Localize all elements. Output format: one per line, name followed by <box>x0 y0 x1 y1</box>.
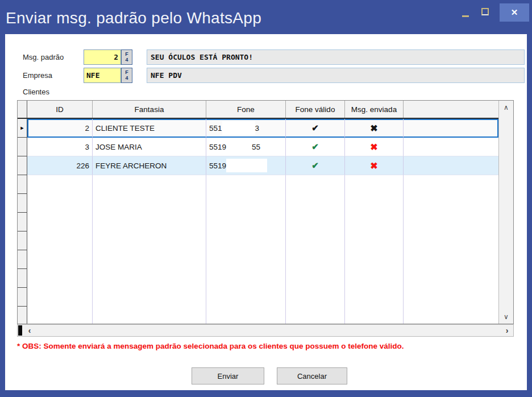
table-row[interactable]: 226 FEYRE ARCHERON 5519 ✔ ✖ <box>18 156 498 175</box>
fone-visible-end: 55 <box>252 143 260 151</box>
x-icon: ✖ <box>370 142 377 152</box>
dialog-window: Enviar msg. padrão pelo WhatsApp ✕ Msg. … <box>0 0 532 397</box>
maximize-button[interactable] <box>477 7 492 18</box>
cell-id: 2 <box>27 119 93 138</box>
msg-padrao-description: SEU ÓCULOS ESTÁ PRONTO! <box>151 53 253 61</box>
fone-visible-start: 5519 <box>209 162 226 170</box>
titlebar: Enviar msg. padrão pelo WhatsApp ✕ <box>0 0 532 34</box>
clientes-section-label: Clientes <box>23 88 49 96</box>
column-header-fantasia[interactable]: Fantasia <box>93 101 206 118</box>
enviar-button-label: Enviar <box>218 372 239 381</box>
vertical-scrollbar[interactable]: ∧ ∨ <box>498 101 513 324</box>
cancelar-button-label: Cancelar <box>297 372 327 381</box>
cell-filler <box>404 156 498 175</box>
scroll-right-icon[interactable]: › <box>502 325 512 336</box>
close-button[interactable]: ✕ <box>500 3 529 22</box>
dialog-content: Msg. padrão 2 F4 SEU ÓCULOS ESTÁ PRONTO!… <box>5 34 527 390</box>
cancelar-button[interactable]: Cancelar <box>277 367 347 384</box>
cell-filler <box>404 119 498 138</box>
close-icon: ✕ <box>511 7 518 18</box>
cell-msg-enviada: ✖ <box>345 156 404 175</box>
cell-msg-enviada: ✖ <box>345 138 404 156</box>
horizontal-scrollbar[interactable]: ‹ › <box>17 324 514 337</box>
scroll-down-icon[interactable]: ∨ <box>499 311 513 322</box>
empty-column <box>93 175 206 324</box>
row-indicator-cell: ► <box>18 119 27 138</box>
column-header-filler <box>404 101 498 118</box>
row-body: 2 CLIENTE TESTE 551 3 ✔ ✖ <box>27 119 498 138</box>
empty-column <box>345 175 404 324</box>
row-body: 226 FEYRE ARCHERON 5519 ✔ ✖ <box>27 156 498 175</box>
empty-column <box>27 175 93 324</box>
table-row[interactable]: 3 JOSE MARIA 5519 55 ✔ ✖ <box>18 138 498 156</box>
cell-id: 226 <box>27 156 93 175</box>
msg-padrao-value: 2 <box>114 53 118 61</box>
table-row[interactable]: ► 2 CLIENTE TESTE 551 3 ✔ ✖ <box>18 119 498 138</box>
cell-fantasia: CLIENTE TESTE <box>93 119 206 138</box>
current-row-arrow-icon: ► <box>20 125 25 131</box>
minimize-icon <box>462 15 469 17</box>
scrollbar-thumb[interactable] <box>18 325 22 336</box>
check-icon: ✔ <box>311 142 319 152</box>
fone-visible-start: 551 <box>209 124 222 133</box>
x-icon: ✖ <box>370 123 377 134</box>
redaction-box <box>226 140 252 154</box>
cell-fone: 5519 55 <box>206 138 286 156</box>
column-header-fone[interactable]: Fone <box>206 101 286 118</box>
grid-empty-area <box>18 175 498 324</box>
check-icon: ✔ <box>311 160 319 171</box>
column-header-id[interactable]: ID <box>27 101 93 118</box>
grid-header-row: ID Fantasia Fone Fone válido Msg. enviad… <box>18 101 498 119</box>
cell-fantasia: JOSE MARIA <box>93 138 206 156</box>
column-header-msg-enviada[interactable]: Msg. enviada <box>345 101 404 118</box>
window-title: Enviar msg. padrão pelo WhatsApp <box>6 9 261 27</box>
cell-fantasia: FEYRE ARCHERON <box>93 156 206 175</box>
cell-fone: 5519 <box>206 156 286 175</box>
clientes-grid: ID Fantasia Fone Fone válido Msg. enviad… <box>17 100 514 324</box>
row-indicator-strip <box>18 175 27 324</box>
scroll-up-icon[interactable]: ∧ <box>499 102 513 113</box>
minimize-button[interactable] <box>458 10 473 19</box>
empty-column <box>286 175 345 324</box>
scroll-left-icon[interactable]: ‹ <box>24 325 35 336</box>
msg-padrao-label: Msg. padrão <box>23 53 64 61</box>
enviar-button[interactable]: Enviar <box>192 367 264 384</box>
obs-note: * OBS: Somente enviará a mensagem padrão… <box>17 342 517 350</box>
cell-id: 3 <box>27 138 93 156</box>
f4-icon: F4 <box>124 52 130 63</box>
grid-indicator-header <box>18 101 27 118</box>
cell-msg-enviada: ✖ <box>345 119 404 138</box>
fone-visible-start: 5519 <box>209 143 226 151</box>
row-indicator-cell <box>18 156 27 175</box>
redaction-box <box>226 159 267 172</box>
empresa-lookup-f4-button[interactable]: F4 <box>121 68 132 83</box>
column-header-fone-valido[interactable]: Fone válido <box>286 101 345 118</box>
maximize-icon <box>481 8 489 15</box>
cell-filler <box>404 138 498 156</box>
check-icon: ✔ <box>311 123 319 133</box>
empresa-description: NFE PDV <box>151 71 182 80</box>
empty-column <box>404 175 498 324</box>
msg-padrao-lookup-f4-button[interactable]: F4 <box>121 49 132 65</box>
empty-column <box>206 175 286 324</box>
cell-fone-valido: ✔ <box>286 138 345 156</box>
cell-fone-valido: ✔ <box>286 119 345 138</box>
row-indicator-cell <box>18 138 27 156</box>
empresa-input[interactable]: NFE <box>84 68 121 83</box>
msg-padrao-input[interactable]: 2 <box>84 49 121 65</box>
redaction-box <box>222 121 255 135</box>
empresa-description-field: NFE PDV <box>147 68 525 83</box>
f4-icon: F4 <box>124 70 130 81</box>
msg-padrao-description-field: SEU ÓCULOS ESTÁ PRONTO! <box>147 49 525 65</box>
cell-fone: 551 3 <box>206 119 286 138</box>
cell-fone-valido: ✔ <box>286 156 345 175</box>
empresa-label: Empresa <box>23 71 52 80</box>
empresa-value: NFE <box>86 71 99 80</box>
fone-visible-end: 3 <box>255 124 260 133</box>
row-body: 3 JOSE MARIA 5519 55 ✔ ✖ <box>27 138 498 156</box>
x-icon: ✖ <box>370 160 377 171</box>
